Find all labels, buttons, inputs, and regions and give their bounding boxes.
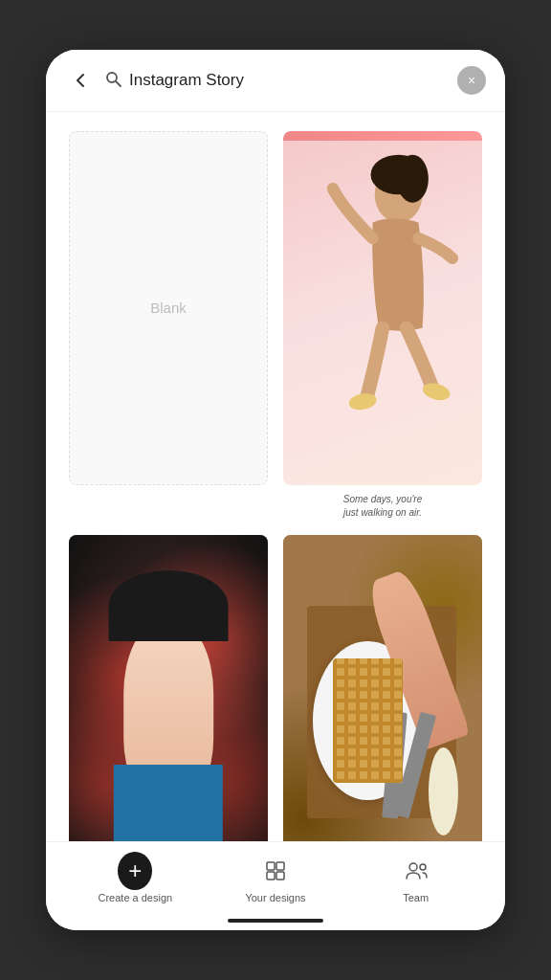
home-bar [228, 919, 323, 923]
create-design-label: Create a design [99, 892, 173, 903]
phone-container: Instagram Story × Blank [46, 50, 505, 930]
woman-figure-svg [283, 131, 482, 465]
pink-stripe-decoration [283, 131, 482, 141]
woman-template-caption: Some days, you're just walking on air. [283, 493, 482, 520]
header: Instagram Story × [46, 50, 505, 112]
main-content: Blank [46, 112, 505, 841]
breakfast-small-plate [429, 747, 458, 835]
blossom-hat [109, 570, 229, 641]
blank-label: Blank [150, 300, 187, 316]
svg-point-12 [420, 864, 426, 870]
plus-icon: + [128, 859, 142, 882]
team-icon-wrap [399, 854, 433, 888]
close-button[interactable]: × [457, 66, 486, 95]
breakfast-template-card[interactable]: today's breakfast [283, 535, 482, 841]
your-designs-label: Your designs [245, 892, 305, 903]
svg-rect-10 [276, 872, 284, 880]
back-button[interactable] [65, 65, 96, 96]
team-label: Team [403, 892, 429, 903]
svg-rect-9 [267, 872, 275, 880]
search-bar[interactable]: Instagram Story [105, 71, 448, 91]
your-designs-nav-item[interactable]: Your designs [206, 854, 346, 903]
svg-rect-8 [276, 862, 284, 870]
template-grid-row2: blossom [blos·uhm] the flower of a plant… [69, 535, 482, 841]
create-design-icon-wrap: + [118, 854, 152, 888]
breakfast-waffle [333, 658, 403, 782]
svg-rect-7 [267, 862, 275, 870]
template-grid-row1: Blank [69, 131, 482, 520]
woman-template-card[interactable]: Some days, you're just walking on air. [283, 131, 482, 520]
blossom-template-card[interactable]: blossom [blos·uhm] the flower of a plant… [69, 535, 268, 841]
search-icon [105, 71, 121, 91]
team-nav-item[interactable]: Team [345, 854, 486, 903]
create-design-nav-item[interactable]: + Create a design [65, 854, 206, 903]
blossom-template-image [69, 535, 268, 841]
breakfast-template-image [283, 535, 482, 841]
svg-point-11 [409, 863, 417, 871]
woman-template-image [283, 131, 482, 485]
team-icon [404, 858, 429, 883]
search-query: Instagram Story [129, 71, 244, 90]
your-designs-icon [263, 858, 288, 883]
blossom-jacket [114, 765, 223, 841]
close-icon: × [468, 73, 475, 88]
home-indicator [46, 911, 505, 930]
bottom-navigation: + Create a design Your designs [46, 841, 505, 911]
svg-point-4 [397, 155, 429, 203]
your-designs-icon-wrap [258, 854, 293, 888]
blank-template-card[interactable]: Blank [69, 131, 268, 485]
svg-line-1 [116, 81, 121, 86]
create-design-icon: + [118, 852, 152, 890]
